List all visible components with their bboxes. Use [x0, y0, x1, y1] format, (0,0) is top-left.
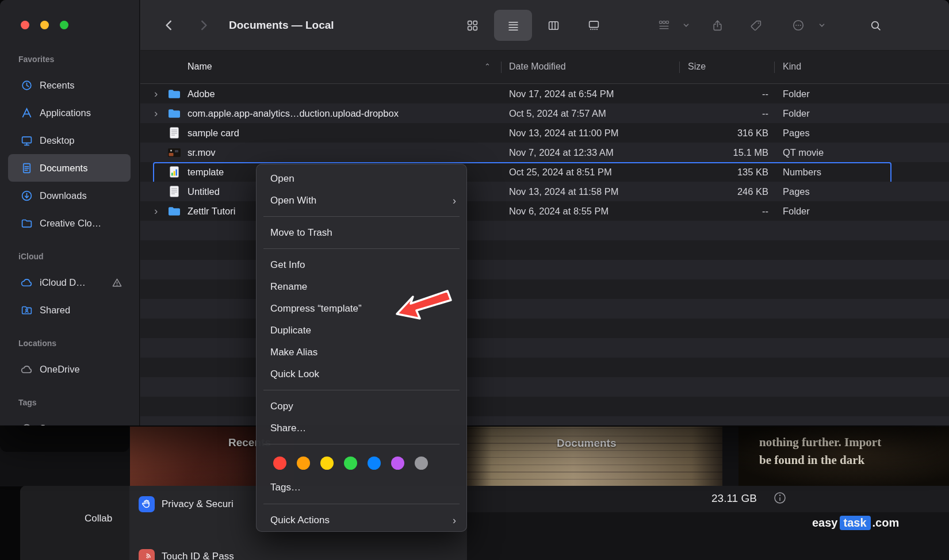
sidebar-item-label: Downloads — [40, 190, 87, 201]
file-name: sr.mov — [187, 143, 216, 162]
tag-gray[interactable] — [415, 457, 428, 470]
desktop-icon — [21, 135, 33, 147]
privacy-security-item[interactable]: Privacy & Securi — [162, 498, 234, 510]
menu-item-open-with[interactable]: Open With› — [257, 190, 466, 212]
sidebar-section-favorites: Favorites — [0, 55, 139, 67]
chevron-down-icon — [816, 20, 828, 31]
minimize-window-button[interactable] — [40, 21, 49, 29]
menu-item-make-alias[interactable]: Make Alias — [257, 342, 466, 363]
table-row[interactable]: sample card Nov 13, 2024 at 11:00 PM 316… — [140, 123, 949, 143]
collaborate-label: Collab — [85, 513, 112, 524]
menu-item-move-to-trash[interactable]: Move to Trash — [257, 222, 466, 244]
menu-item-quick-look[interactable]: Quick Look — [257, 363, 466, 385]
tag-orange[interactable] — [297, 457, 310, 470]
disclosure-chevron-icon[interactable]: › — [154, 201, 158, 221]
folder-icon — [167, 103, 182, 123]
info-icon[interactable] — [774, 492, 786, 504]
sidebar-item-desktop[interactable]: Desktop — [8, 126, 131, 154]
share-button[interactable] — [706, 14, 729, 37]
gallery-view-button[interactable] — [582, 14, 605, 37]
sidebar-item-label: Scree — [40, 423, 64, 426]
close-window-button[interactable] — [21, 21, 29, 29]
tag-button[interactable] — [744, 14, 767, 37]
sidebar-item-applications[interactable]: Applications — [8, 99, 131, 126]
cloud-icon — [21, 363, 33, 375]
sidebar-item-tag-scree[interactable]: Scree — [8, 415, 131, 425]
sidebar-item-downloads[interactable]: Downloads — [8, 182, 131, 209]
tag-blue[interactable] — [368, 457, 381, 470]
sidebar-section-icloud: iCloud — [0, 252, 139, 264]
warning-icon — [112, 277, 123, 288]
file-date: Nov 7, 2024 at 12:33 AM — [509, 143, 614, 162]
menu-item-share[interactable]: Share… — [257, 417, 466, 439]
sidebar-item-label: Applications — [40, 108, 91, 118]
icon-view-button[interactable] — [461, 14, 484, 37]
submenu-chevron-icon: › — [453, 509, 456, 531]
disclosure-chevron-icon[interactable]: › — [154, 84, 158, 103]
file-name: com.apple.app-analytics…duction.upload-d… — [187, 103, 399, 123]
background-storage-fragment: 23.11 GB easytask.com — [467, 486, 949, 560]
folder-icon — [167, 201, 182, 221]
menu-item-copy[interactable]: Copy — [257, 396, 466, 417]
more-actions-button[interactable] — [787, 14, 810, 37]
book-page-text: nothing further. Import be found in the … — [759, 434, 881, 469]
file-name: template — [187, 162, 224, 182]
column-divider — [679, 62, 680, 73]
column-header-kind[interactable]: Kind — [783, 60, 801, 73]
pages-document-icon — [167, 182, 182, 201]
shared-folder-icon — [21, 304, 33, 316]
pages-document-icon — [167, 123, 182, 143]
forward-button[interactable] — [192, 14, 215, 37]
table-row[interactable]: › Adobe Nov 17, 2024 at 6:54 PM -- Folde… — [140, 84, 949, 103]
list-view-button[interactable] — [502, 14, 525, 37]
folder-icon — [167, 84, 182, 103]
sidebar: Favorites Recents Applications Desktop — [0, 0, 140, 425]
file-name: Adobe — [187, 84, 215, 103]
photos-documents-label: Documents — [557, 437, 616, 450]
folder-icon — [21, 217, 33, 229]
column-header-date-modified[interactable]: Date Modified — [509, 60, 566, 73]
touch-id-icon — [139, 549, 155, 560]
file-date: Oct 25, 2024 at 8:51 PM — [509, 162, 612, 182]
disclosure-chevron-icon[interactable]: › — [154, 103, 158, 123]
menu-item-tags[interactable]: Tags… — [257, 476, 466, 499]
column-view-button[interactable] — [542, 14, 565, 37]
tag-red[interactable] — [273, 457, 286, 470]
sidebar-item-creative-cloud[interactable]: Creative Clo… — [8, 209, 131, 237]
storage-size-label: 23.11 GB — [711, 492, 757, 505]
group-by-button[interactable] — [652, 14, 675, 37]
table-row[interactable]: sr.mov Nov 7, 2024 at 12:33 AM 15.1 MB Q… — [140, 143, 949, 162]
sidebar-item-icloud-drive[interactable]: iCloud D… — [8, 269, 131, 296]
sidebar-item-recents[interactable]: Recents — [8, 71, 131, 99]
menu-item-get-info[interactable]: Get Info — [257, 254, 466, 276]
column-header-name[interactable]: Name — [187, 60, 212, 73]
menu-item-quick-actions[interactable]: Quick Actions› — [257, 509, 466, 531]
menu-item-open[interactable]: Open — [257, 168, 466, 190]
list-column-headers: Name ⌃ Date Modified Size Kind — [140, 51, 949, 84]
file-date: Nov 17, 2024 at 6:54 PM — [509, 84, 614, 103]
finder-window: Favorites Recents Applications Desktop — [0, 0, 949, 425]
search-icon[interactable] — [864, 14, 887, 37]
sidebar-item-label: Documents — [40, 163, 87, 174]
back-button[interactable] — [158, 14, 181, 37]
touch-id-item[interactable]: Touch ID & Pass — [162, 551, 234, 560]
sidebar-item-label: Shared — [40, 305, 70, 316]
sidebar-item-onedrive[interactable]: OneDrive — [8, 355, 131, 383]
file-name: sample card — [187, 123, 239, 143]
toolbar: Documents — Local — [140, 0, 949, 51]
sidebar-section-locations: Locations — [0, 339, 139, 351]
sidebar-item-documents[interactable]: Documents — [8, 154, 131, 182]
photo-thumbnail-book: nothing further. Import be found in the … — [738, 427, 949, 486]
table-row[interactable]: › com.apple.app-analytics…duction.upload… — [140, 103, 949, 123]
tag-purple[interactable] — [391, 457, 404, 470]
menu-separator — [263, 444, 460, 444]
zoom-window-button[interactable] — [60, 21, 68, 29]
tag-yellow[interactable] — [320, 457, 334, 470]
sidebar-item-label: OneDrive — [40, 364, 80, 375]
sidebar-item-shared[interactable]: Shared — [8, 296, 131, 324]
applications-icon — [21, 107, 33, 119]
file-kind: Pages — [783, 182, 810, 201]
menu-separator — [263, 248, 460, 249]
column-header-size[interactable]: Size — [688, 60, 706, 73]
tag-green[interactable] — [344, 457, 357, 470]
